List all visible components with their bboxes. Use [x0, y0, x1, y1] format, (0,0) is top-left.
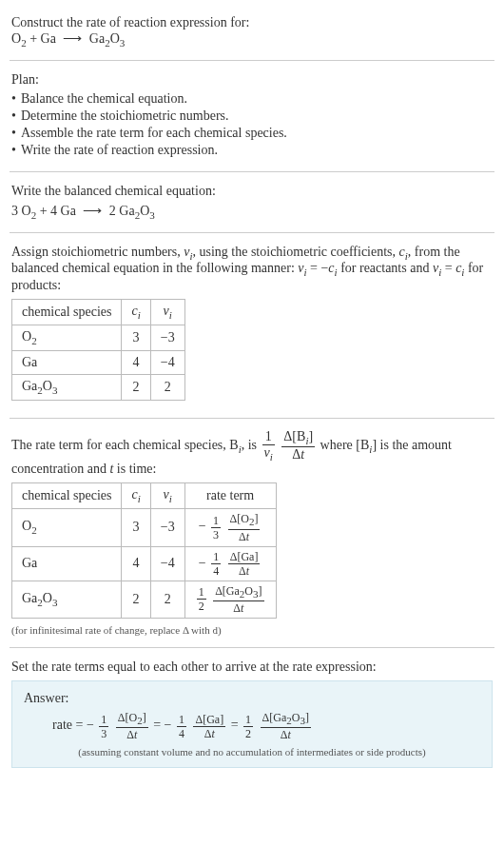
plan-item: •Determine the stoichiometric numbers.: [11, 108, 493, 124]
bullet-icon: •: [11, 143, 21, 158]
table-header-row: chemical species ci νi rate term: [12, 483, 277, 509]
col-ci: ci: [122, 483, 150, 509]
plan-item-label: Write the rate of reaction expression.: [21, 143, 218, 157]
assumption-note: (assuming constant volume and no accumul…: [24, 746, 480, 758]
balanced-heading: Write the balanced chemical equation:: [11, 184, 493, 199]
rate-expression: rate = − 13 Δ[O2]Δt = − 14 Δ[Ga]Δt = 12 …: [52, 712, 480, 740]
answer-label: Answer:: [24, 691, 480, 706]
cell-species: Ga: [12, 546, 122, 581]
balanced-equation: 3 O2 + 4 Ga ⟶ 2 Ga2O3: [11, 203, 493, 221]
cell-ci: 4: [122, 350, 150, 374]
infinitesimal-note: (for infinitesimal rate of change, repla…: [11, 624, 493, 636]
assign-paragraph: Assign stoichiometric numbers, νi, using…: [11, 245, 493, 294]
col-nui: νi: [150, 300, 184, 325]
rate-term-table: chemical species ci νi rate term O2 3 −3…: [11, 482, 277, 619]
arrow-icon: ⟶: [83, 203, 102, 219]
plan-section: Plan: •Balance the chemical equation. •D…: [10, 65, 494, 167]
rate-term-section: The rate term for each chemical species,…: [10, 423, 494, 643]
cell-rate-term: 12 Δ[Ga2O3]Δt: [184, 581, 276, 618]
bullet-icon: •: [11, 91, 21, 107]
plan-item: •Write the rate of reaction expression.: [11, 143, 493, 158]
cell-ci: 3: [122, 509, 150, 546]
final-heading: Set the rate terms equal to each other t…: [11, 659, 493, 675]
species-o2: O2: [11, 31, 27, 46]
table-row: O2 3 −3: [12, 325, 185, 350]
arrow-icon: ⟶: [63, 30, 82, 47]
table-row: Ga2O3 2 2: [12, 374, 185, 400]
species-ga2o3: Ga2O3: [89, 31, 125, 46]
cell-nui: −3: [150, 509, 184, 546]
bullet-icon: •: [11, 126, 21, 141]
species-ga: Ga: [61, 204, 76, 218]
intro-section: Construct the rate of reaction expressio…: [10, 8, 494, 56]
stoichiometry-table: chemical species ci νi O2 3 −3 Ga 4 −4 G…: [11, 299, 185, 400]
table-row: Ga 4 −4: [12, 350, 185, 374]
cell-nui: −4: [150, 546, 184, 581]
divider: [10, 171, 494, 172]
cell-ci: 4: [122, 546, 150, 581]
rate-label: rate =: [52, 718, 87, 732]
cell-ci: 3: [122, 325, 150, 350]
final-section: Set the rate terms equal to each other t…: [10, 652, 494, 776]
plan-item-label: Determine the stoichiometric numbers.: [21, 108, 229, 123]
col-species: chemical species: [12, 483, 122, 509]
cell-nui: −3: [150, 325, 184, 350]
bullet-icon: •: [11, 108, 21, 124]
answer-box: Answer: rate = − 13 Δ[O2]Δt = − 14 Δ[Ga]…: [11, 680, 493, 768]
cell-rate-term: − 14 Δ[Ga]Δt: [184, 546, 276, 581]
plus-sign: +: [27, 31, 41, 46]
table-row: Ga 4 −4 − 14 Δ[Ga]Δt: [12, 546, 277, 581]
unbalanced-equation: O2 + Ga ⟶ Ga2O3: [11, 30, 493, 49]
species-o2: O2: [22, 204, 37, 218]
cell-species: O2: [12, 325, 122, 350]
divider: [10, 418, 494, 419]
species-ga: Ga: [41, 31, 56, 46]
cell-ci: 2: [122, 374, 150, 400]
balanced-section: Write the balanced chemical equation: 3 …: [10, 176, 494, 228]
fraction: 1νi: [262, 430, 275, 463]
table-row: Ga2O3 2 2 12 Δ[Ga2O3]Δt: [12, 581, 277, 618]
species-ga2o3: Ga2O3: [119, 204, 154, 218]
plan-list: •Balance the chemical equation. •Determi…: [11, 91, 493, 158]
divider: [10, 647, 494, 648]
cell-species: Ga2O3: [12, 374, 122, 400]
plan-heading: Plan:: [11, 72, 493, 88]
cell-nui: −4: [150, 350, 184, 374]
coeff: 2: [109, 204, 120, 218]
plan-item-label: Assemble the rate term for each chemical…: [21, 126, 287, 140]
plan-item-label: Balance the chemical equation.: [21, 91, 187, 106]
cell-ci: 2: [122, 581, 150, 618]
table-row: O2 3 −3 − 13 Δ[O2]Δt: [12, 509, 277, 546]
cell-nui: 2: [150, 374, 184, 400]
col-nui: νi: [150, 483, 184, 509]
divider: [10, 60, 494, 61]
coeff: 4: [50, 204, 61, 218]
rate-term-paragraph: The rate term for each chemical species,…: [11, 430, 493, 478]
plan-item: •Balance the chemical equation.: [11, 91, 493, 107]
cell-nui: 2: [150, 581, 184, 618]
plus-sign: +: [36, 204, 50, 218]
col-ci: ci: [122, 300, 150, 325]
cell-species: O2: [12, 509, 122, 546]
fraction: Δ[Bi]Δt: [281, 430, 315, 463]
plan-item: •Assemble the rate term for each chemica…: [11, 126, 493, 141]
cell-species: Ga: [12, 350, 122, 374]
divider: [10, 232, 494, 233]
col-rate-term: rate term: [184, 483, 276, 509]
coeff: 3: [11, 204, 22, 218]
construct-line: Construct the rate of reaction expressio…: [11, 15, 493, 30]
table-header-row: chemical species ci νi: [12, 300, 185, 325]
cell-rate-term: − 13 Δ[O2]Δt: [184, 509, 276, 546]
assign-section: Assign stoichiometric numbers, νi, using…: [10, 237, 494, 414]
cell-species: Ga2O3: [12, 581, 122, 618]
col-species: chemical species: [12, 300, 122, 325]
